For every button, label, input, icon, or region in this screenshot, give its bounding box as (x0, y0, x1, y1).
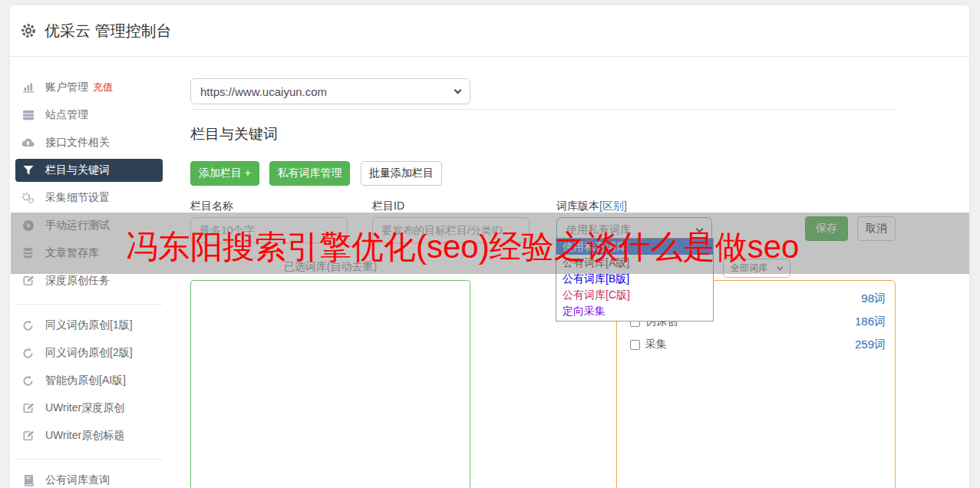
sidebar-item-public-lexicon-query[interactable]: 公有词库查询 (15, 467, 163, 488)
gear-icon (20, 22, 37, 39)
refresh-icon (21, 320, 35, 331)
version-diff-link[interactable]: [区别] (599, 199, 627, 212)
sidebar-item-label: 账户管理 (45, 81, 88, 94)
lexicon-version-label: 词库版本[区别] (556, 199, 627, 213)
sidebar: 账户管理 充值 站点管理 接口文件相关 栏目与关键词 采集细节设置 (15, 74, 163, 488)
add-column-button[interactable]: 添加栏目 + (190, 161, 259, 186)
word-count: 259词 (855, 338, 886, 352)
gears-icon (21, 192, 35, 204)
page-title: 栏目与关键词 (190, 124, 278, 144)
sidebar-item-ai-rewrite[interactable]: 智能伪原创[AI版] (15, 367, 163, 394)
chevron-down-icon (454, 87, 462, 94)
selected-keywords-textarea[interactable] (190, 280, 470, 488)
cloud-upload-icon (21, 137, 35, 149)
sidebar-item-columns-keywords[interactable]: 栏目与关键词 (15, 159, 163, 182)
sidebar-item-collect-settings[interactable]: 采集细节设置 (15, 184, 163, 212)
filter-icon (21, 165, 35, 176)
sidebar-item-label: 深度原创任务 (45, 274, 110, 288)
sidebar-item-label: 站点管理 (45, 108, 88, 122)
lexicon-row: 采集 259词 (630, 336, 886, 353)
sidebar-item-label: 栏目与关键词 (45, 163, 110, 177)
sidebar-item-label: 公有词库查询 (45, 473, 110, 487)
word-count: 186词 (855, 315, 886, 329)
sidebar-item-label: 同义词伪原创[2版] (45, 346, 133, 360)
sidebar-item-uwriter-title[interactable]: UWriter原创标题 (15, 422, 163, 450)
sidebar-item-account[interactable]: 账户管理 充值 (15, 74, 163, 101)
recharge-badge[interactable]: 充值 (93, 81, 113, 94)
lexicon-row-label: 采集 (645, 338, 667, 351)
book-icon (21, 474, 35, 486)
page: 优采云 管理控制台 账户管理 充值 站点管理 接口文件相关 栏目与 (0, 0, 980, 488)
lexicon-version-label-text: 词库版本 (556, 199, 599, 212)
checkbox[interactable] (630, 340, 640, 350)
sidebar-item-uwriter-deep[interactable]: UWriter深度原创 (15, 394, 163, 422)
edit-icon (21, 430, 35, 442)
sidebar-item-sites[interactable]: 站点管理 (15, 101, 163, 129)
sidebar-item-label: UWriter深度原创 (45, 401, 124, 415)
sidebar-item-label: 智能伪原创[AI版] (45, 374, 126, 387)
dropdown-option-public-c[interactable]: 公有词库[C版] (556, 287, 713, 303)
word-count: 98词 (861, 292, 886, 306)
sidebar-item-label: 接口文件相关 (45, 136, 110, 150)
sidebar-item-synonym-v2[interactable]: 同义词伪原创[2版] (15, 339, 163, 367)
server-icon (21, 109, 35, 121)
edit-icon (21, 402, 35, 414)
dropdown-option-directed-collect[interactable]: 定向采集 (556, 303, 713, 319)
sidebar-item-label: UWriter原创标题 (45, 429, 124, 443)
column-name-label: 栏目名称 (190, 199, 233, 213)
sidebar-item-interface-files[interactable]: 接口文件相关 (15, 129, 163, 157)
site-select-value: https://www.ucaiyun.com (200, 85, 327, 98)
app-header: 优采云 管理控制台 (10, 5, 969, 57)
sidebar-item-synonym-v1[interactable]: 同义词伪原创[1版] (15, 312, 163, 339)
bar-chart-icon (21, 81, 35, 94)
section-divider (190, 109, 896, 110)
site-select[interactable]: https://www.ucaiyun.com (190, 78, 470, 104)
refresh-icon (21, 375, 35, 387)
sidebar-item-label: 采集细节设置 (45, 191, 110, 205)
batch-add-button[interactable]: 批量添加栏目 (361, 161, 442, 186)
private-lexicon-button[interactable]: 私有词库管理 (269, 161, 350, 186)
overlay-caption: 冯东阳搜索引擎优化(seo)经验之谈什么是做seo (126, 226, 799, 269)
app-title: 优采云 管理控制台 (45, 21, 172, 41)
column-id-label: 栏目ID (372, 199, 404, 213)
sidebar-divider (15, 459, 163, 460)
refresh-icon (21, 348, 35, 359)
sidebar-divider (15, 304, 163, 305)
edit-icon (21, 275, 35, 287)
sidebar-item-label: 同义词伪原创[1版] (45, 318, 133, 332)
